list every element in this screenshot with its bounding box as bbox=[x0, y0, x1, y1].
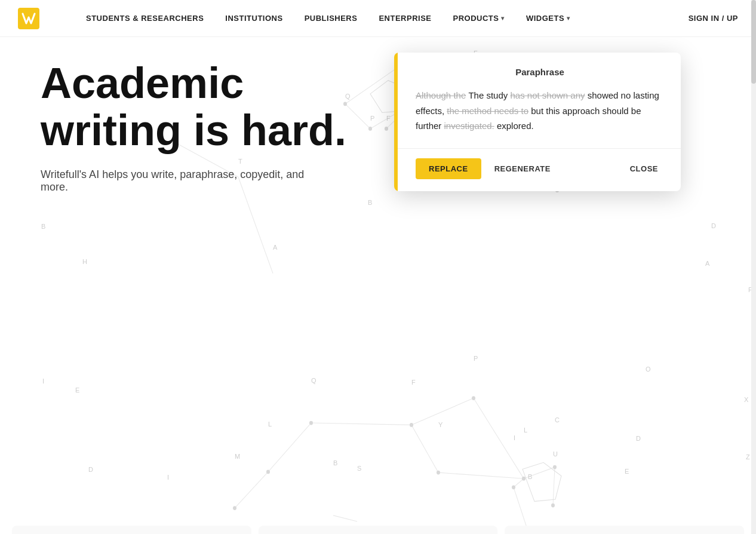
svg-point-39 bbox=[522, 477, 525, 481]
svg-point-38 bbox=[472, 396, 475, 400]
original-text-2: has not shown any bbox=[510, 90, 585, 100]
svg-line-14 bbox=[268, 423, 311, 472]
network-label: I bbox=[514, 434, 515, 441]
regenerate-button[interactable]: REGENERATE bbox=[488, 158, 557, 179]
products-chevron-icon: ▾ bbox=[501, 15, 505, 22]
hero-title: Academic writing is hard. bbox=[41, 60, 375, 154]
network-label: Y bbox=[438, 421, 442, 428]
popup-paraphrase-text: Although the The study has not shown any… bbox=[416, 88, 664, 134]
nav-products[interactable]: PRODUCTS ▾ bbox=[442, 14, 515, 23]
network-label: D bbox=[88, 466, 93, 473]
original-text-4: investigated. bbox=[444, 121, 494, 131]
scrollbar-thumb[interactable] bbox=[751, 0, 756, 84]
nav-enterprise[interactable]: ENTERPRISE bbox=[368, 14, 442, 23]
testimonials-section: Your software is absolutely fantastic an… bbox=[0, 526, 756, 534]
network-label: E bbox=[75, 386, 79, 394]
widgets-chevron-icon: ▾ bbox=[567, 15, 570, 22]
svg-point-36 bbox=[309, 421, 313, 425]
network-label: X bbox=[744, 396, 748, 403]
testimonial-card-3: It is clearly designed for researchers b… bbox=[505, 526, 744, 534]
network-label: I bbox=[42, 378, 44, 385]
replace-button[interactable]: REPLACE bbox=[416, 158, 481, 179]
popup-title: Paraphrase bbox=[416, 67, 664, 77]
network-label: F bbox=[411, 379, 416, 386]
hero-section: Academic writing is hard. Writefull's AI… bbox=[0, 0, 756, 358]
network-label: L bbox=[524, 426, 527, 434]
svg-line-24 bbox=[411, 425, 438, 472]
svg-line-21 bbox=[333, 515, 357, 521]
hero-subtitle: Writefull's AI helps you write, paraphra… bbox=[41, 168, 315, 194]
svg-marker-26 bbox=[523, 462, 561, 501]
network-label: E bbox=[625, 468, 629, 475]
svg-point-44 bbox=[437, 471, 440, 475]
network-label: S bbox=[357, 465, 361, 472]
svg-line-17 bbox=[524, 467, 555, 478]
svg-point-46 bbox=[233, 506, 236, 510]
nav-institutions[interactable]: INSTITUTIONS bbox=[214, 14, 293, 23]
svg-line-15 bbox=[411, 398, 474, 425]
svg-point-37 bbox=[410, 423, 413, 427]
svg-line-22 bbox=[235, 472, 268, 508]
popup-divider bbox=[394, 148, 681, 149]
popup-accent-bar bbox=[394, 53, 398, 191]
svg-point-42 bbox=[512, 485, 515, 489]
network-label: Z bbox=[746, 453, 750, 461]
network-label: U bbox=[553, 450, 558, 458]
testimonial-card-1: Your software is absolutely fantastic an… bbox=[12, 526, 251, 534]
svg-line-13 bbox=[311, 423, 411, 425]
svg-line-19 bbox=[514, 478, 524, 487]
nav-students-researchers[interactable]: STUDENTS & RESEARCHERS bbox=[75, 14, 214, 23]
svg-line-20 bbox=[514, 487, 528, 531]
svg-line-16 bbox=[474, 398, 524, 479]
network-label: M bbox=[235, 453, 240, 460]
svg-point-41 bbox=[551, 504, 555, 508]
network-label: Q bbox=[311, 377, 316, 384]
svg-point-40 bbox=[553, 465, 557, 469]
svg-point-45 bbox=[266, 470, 270, 474]
navigation: STUDENTS & RESEARCHERS INSTITUTIONS PUBL… bbox=[0, 0, 756, 37]
original-text-3: the method needs to bbox=[447, 106, 528, 116]
network-label: D bbox=[636, 435, 641, 442]
paraphrase-popup: Paraphrase Although the The study has no… bbox=[394, 53, 681, 191]
svg-line-23 bbox=[438, 472, 524, 478]
nav-publishers[interactable]: PUBLISHERS bbox=[294, 14, 368, 23]
network-label: I bbox=[167, 474, 169, 481]
network-label: O bbox=[646, 366, 651, 373]
replacement-text-4: explored. bbox=[497, 121, 534, 131]
replacement-text-1: The study bbox=[468, 90, 510, 100]
sign-in-up-link[interactable]: SIGN IN / UP bbox=[689, 14, 738, 23]
scrollbar[interactable] bbox=[751, 0, 756, 534]
nav-links: STUDENTS & RESEARCHERS INSTITUTIONS PUBL… bbox=[75, 14, 689, 23]
network-label: B bbox=[528, 473, 532, 480]
original-text-1: Although the bbox=[416, 90, 466, 100]
network-label: C bbox=[555, 416, 560, 423]
network-label: L bbox=[268, 421, 272, 428]
logo[interactable] bbox=[18, 8, 39, 29]
testimonial-card-2: As a non-native English speaker, I shoul… bbox=[259, 526, 498, 534]
network-label: B bbox=[333, 459, 337, 467]
close-button[interactable]: CLOSE bbox=[624, 158, 664, 179]
svg-line-18 bbox=[553, 467, 555, 505]
nav-widgets[interactable]: WIDGETS ▾ bbox=[515, 14, 581, 23]
popup-actions: REPLACE REGENERATE CLOSE bbox=[416, 158, 664, 179]
